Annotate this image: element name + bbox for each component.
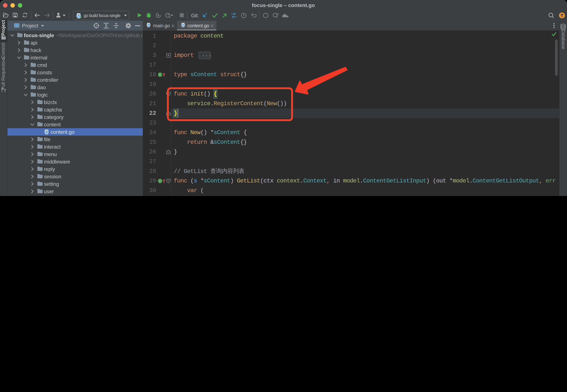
- svg-text:I: I: [159, 179, 160, 183]
- svg-text:I: I: [159, 73, 160, 77]
